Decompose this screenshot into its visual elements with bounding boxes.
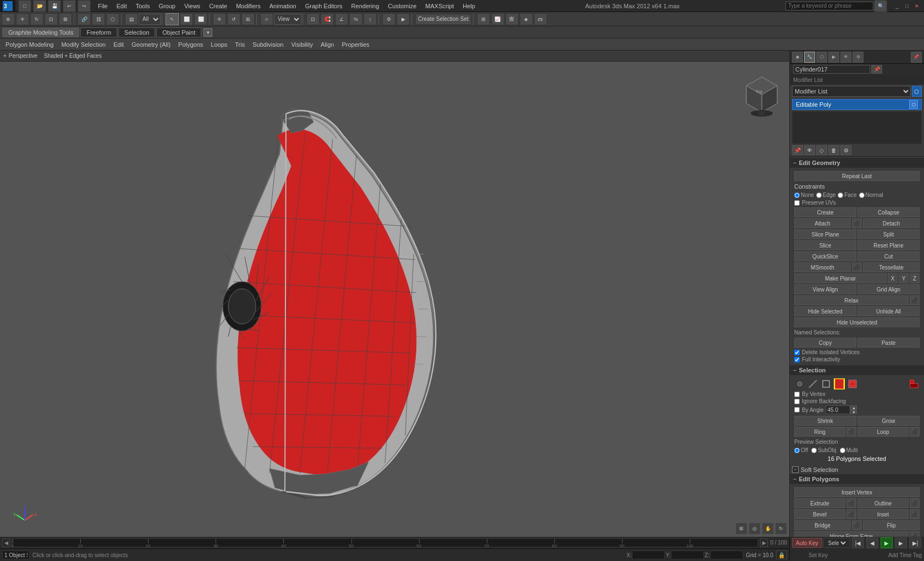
split-btn[interactable]: Split — [857, 229, 920, 239]
flip-btn[interactable]: Flip — [863, 520, 920, 530]
constraint-none-radio[interactable] — [794, 193, 800, 198]
unhide-all-btn[interactable]: Unhide All — [857, 306, 920, 316]
constraint-face-radio[interactable] — [838, 193, 843, 198]
open-btn[interactable]: 📂 — [33, 0, 46, 12]
percent-snap[interactable]: % — [349, 13, 362, 25]
st-geometry-all[interactable]: Geometry (All) — [128, 40, 174, 49]
grid-align-btn[interactable]: Grid Align — [857, 284, 920, 294]
copy-btn[interactable]: Copy — [794, 338, 856, 348]
close-btn[interactable]: ✕ — [912, 1, 922, 11]
reset-plane-btn[interactable]: Reset Plane — [857, 240, 920, 250]
extrude-settings[interactable]: ⬛ — [846, 498, 856, 508]
relax-settings-btn[interactable]: ⬛ — [910, 295, 920, 305]
vertex-icon[interactable] — [794, 378, 805, 389]
menu-views[interactable]: Views — [180, 2, 205, 10]
by-vertex-check[interactable] — [794, 392, 800, 397]
remove-modifier-btn[interactable]: 🗑 — [828, 145, 839, 155]
loop-settings-btn[interactable]: ⬛ — [910, 427, 920, 437]
lock-icon[interactable]: 🔒 — [776, 551, 787, 559]
st-visibility[interactable]: Visibility — [288, 40, 316, 49]
angle-up[interactable]: ▲ — [850, 405, 857, 410]
rotate-tool[interactable]: ↺ — [227, 13, 240, 25]
motion-icon[interactable]: ▶ — [828, 52, 839, 63]
curve-editor[interactable]: 📈 — [491, 13, 504, 25]
modifier-select[interactable]: Modifier List — [792, 86, 911, 97]
preview-subobj-radio[interactable] — [811, 448, 817, 453]
rotate-btn[interactable]: ↻ — [30, 13, 43, 25]
outline-btn[interactable]: Outline — [857, 498, 909, 508]
select-obj-btn[interactable]: ⊕ — [2, 13, 15, 25]
prev-frame-btn[interactable]: ◀ — [866, 537, 878, 548]
paste-btn[interactable]: Paste — [857, 338, 920, 348]
editable-poly-config[interactable]: ⬡ — [909, 100, 918, 109]
loop-btn[interactable]: Loop — [857, 427, 909, 437]
window-crossing-btn[interactable]: ⬜ — [194, 13, 207, 25]
y-btn[interactable]: Y — [899, 273, 909, 283]
snap-toggle[interactable]: 🧲 — [321, 13, 334, 25]
slice-plane-btn[interactable]: Slice Plane — [794, 229, 856, 239]
make-planar-btn[interactable]: Make Planar — [794, 273, 887, 283]
scale-tool[interactable]: ⊞ — [241, 13, 255, 25]
z-btn[interactable]: Z — [910, 273, 920, 283]
viewport-plus[interactable]: + — [3, 53, 7, 59]
move-btn[interactable]: ✛ — [16, 13, 29, 25]
render-explorer[interactable]: 🗃 — [534, 13, 547, 25]
selection-collapse[interactable]: − — [793, 367, 796, 373]
bridge-settings[interactable]: ⬛ — [852, 520, 862, 530]
constraint-edge[interactable]: Edge — [816, 192, 835, 198]
grow-btn[interactable]: Grow — [857, 416, 920, 426]
preview-off[interactable]: Off — [794, 447, 808, 453]
schematic-view[interactable]: 🕸 — [505, 13, 519, 25]
preview-subobj[interactable]: SubObj — [811, 447, 836, 453]
timeline-ruler[interactable]: 0102030405060708090100 — [12, 538, 758, 547]
menu-graph-editors[interactable]: Graph Editors — [301, 2, 347, 10]
by-angle-check[interactable] — [794, 407, 800, 413]
st-modify-selection[interactable]: Modify Selection — [58, 40, 109, 49]
shrink-btn[interactable]: Shrink — [794, 416, 856, 426]
cut-btn[interactable]: Cut — [857, 251, 920, 261]
lock-selection-btn[interactable]: 📌 — [792, 145, 803, 155]
element-icon[interactable] — [847, 378, 858, 389]
align-btn[interactable]: ⊞ — [477, 13, 490, 25]
menu-create[interactable]: Create — [205, 2, 232, 10]
st-tris[interactable]: Tris — [232, 40, 248, 49]
extrude-btn[interactable]: Extrude — [794, 498, 845, 508]
maximize-btn[interactable]: □ — [902, 1, 912, 11]
filter-select[interactable]: All — [139, 14, 161, 25]
view-select[interactable]: View — [274, 14, 301, 25]
angle-input[interactable] — [826, 405, 850, 414]
st-edit[interactable]: Edit — [110, 40, 127, 49]
undo-btn[interactable]: ↩ — [63, 0, 76, 12]
attach-settings-btn[interactable]: ⬛ — [852, 218, 862, 228]
view-cube[interactable]: Top — [740, 73, 784, 117]
menu-customize[interactable]: Customize — [383, 2, 421, 10]
go-start-btn[interactable]: |◀ — [852, 537, 864, 548]
play-btn[interactable]: ▶ — [881, 537, 893, 548]
collapse-btn[interactable]: Collapse — [857, 207, 920, 217]
region-select-btn[interactable]: ⬜ — [180, 13, 193, 25]
modify-mode-icon[interactable]: 🔧 — [804, 52, 815, 63]
ignore-backfacing-check[interactable] — [794, 399, 800, 404]
create-mode-icon[interactable]: ◆ — [792, 52, 803, 63]
constraint-none[interactable]: None — [794, 192, 814, 198]
menu-modifiers[interactable]: Modifiers — [232, 2, 265, 10]
inset-settings[interactable]: ⬛ — [910, 509, 920, 519]
msmooth-settings-btn[interactable]: ⬛ — [852, 262, 862, 272]
new-btn[interactable]: □ — [18, 0, 31, 12]
tab-graphite-modeling[interactable]: Graphite Modeling Tools — [2, 28, 79, 37]
constraint-edge-radio[interactable] — [816, 193, 822, 198]
menu-file[interactable]: File — [94, 2, 112, 10]
edge-icon[interactable] — [807, 378, 818, 389]
zoom-extents-btn[interactable]: ⊞ — [735, 522, 747, 535]
stack-sel-icon[interactable] — [909, 378, 920, 389]
viewport[interactable]: + Perspective Shaded + Edged Faces Total… — [0, 51, 789, 537]
configure-btn[interactable]: ⬡ — [912, 86, 922, 97]
render-btn[interactable]: ▶ — [397, 13, 410, 25]
field-of-view-btn[interactable]: ◎ — [749, 522, 761, 535]
pivot-btn[interactable]: ⊡ — [306, 13, 320, 25]
mirror-btn[interactable]: ⊠ — [59, 13, 72, 25]
scale-btn[interactable]: ⊡ — [45, 13, 58, 25]
search-input[interactable] — [785, 2, 873, 10]
bind-btn[interactable]: ⬡ — [106, 13, 119, 25]
search-btn[interactable]: 🔍 — [874, 0, 887, 12]
